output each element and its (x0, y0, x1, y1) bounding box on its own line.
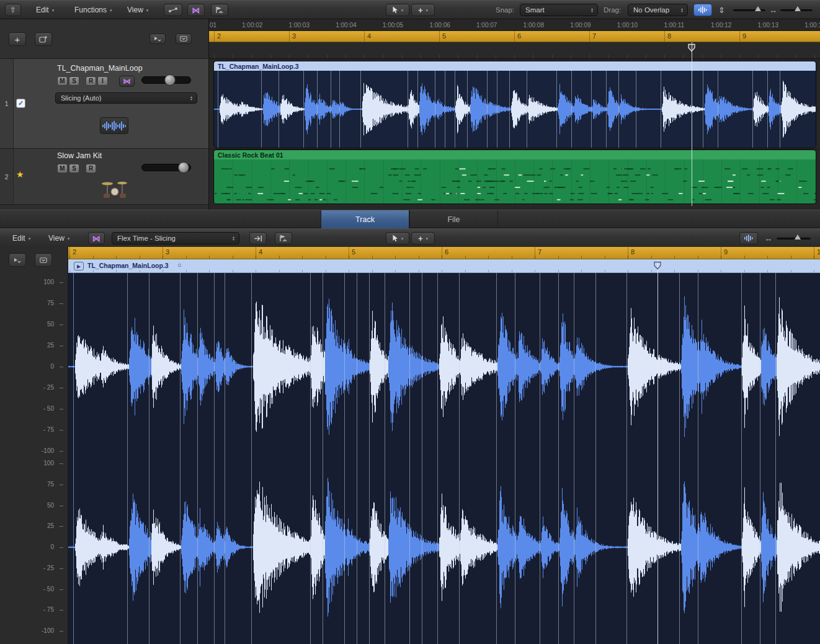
track-name[interactable]: TL_Chapman_MainLoop (57, 64, 143, 73)
bar-ruler-main[interactable]: 23456789 (208, 31, 820, 42)
snap-dropdown[interactable]: Smart ▲▼ (520, 4, 598, 16)
editor-view-menu[interactable]: View▾ (48, 234, 69, 243)
flex-view-toggle[interactable] (693, 4, 712, 16)
track-icon-waveform[interactable] (100, 117, 128, 134)
timecode-label: 1:00:04 (336, 22, 356, 29)
track-sort-button[interactable] (149, 34, 166, 44)
track-lanes[interactable]: TL_Chapman_MainLoop.3 Classic Rock Beat … (208, 59, 820, 210)
timecode-label: 1:00:05 (383, 22, 403, 29)
flex-button[interactable]: ⋈ (187, 4, 205, 16)
scale-tick (60, 589, 63, 590)
solo-button[interactable]: S (69, 76, 79, 86)
track-header-1[interactable]: 1 ✓ TL_Chapman_MainLoop M S R I ⋈ Slicin… (0, 59, 208, 149)
tab-file[interactable]: File (409, 210, 498, 229)
functions-menu[interactable]: Functions▾ (74, 6, 112, 14)
drag-dropdown[interactable]: No Overlap ▲▼ (628, 4, 688, 16)
zoom-handle[interactable] (795, 6, 801, 11)
bar-ruler-editor[interactable]: 234567891 (68, 247, 820, 259)
chevron-box-icon (180, 36, 187, 42)
sub-ruler[interactable] (208, 42, 820, 59)
track-options-button[interactable] (176, 34, 192, 44)
editor-catch-button[interactable] (9, 253, 26, 267)
tool-flag-icon (215, 6, 224, 14)
bar-number: 2 (217, 32, 221, 40)
zoom-handle[interactable] (795, 235, 801, 239)
beat-tick (514, 55, 515, 58)
chevron-down-icon: ▾ (110, 7, 112, 13)
region-audio[interactable]: TL_Chapman_MainLoop.3 (214, 61, 816, 148)
region-midi[interactable]: Classic Rock Beat 01 (214, 150, 816, 203)
track-name[interactable]: Slow Jam Kit (57, 151, 102, 160)
editor-pointer-tool-menu[interactable]: ▾ (386, 232, 409, 244)
region-midi-notes[interactable] (214, 159, 816, 203)
horizontal-zoom-slider[interactable] (780, 9, 813, 11)
scale-label: 50 (47, 502, 54, 509)
region-waveform[interactable] (214, 71, 816, 148)
flex-time-dropdown[interactable]: Flex Time - Slicing ▲▼ (112, 232, 239, 244)
updown-chevron-icon: ▲▼ (675, 7, 684, 12)
drum-kit-icon (101, 179, 128, 200)
track-checkbox[interactable]: ✓ (16, 99, 25, 108)
editor-options-button[interactable] (35, 253, 52, 267)
tab-track[interactable]: Track (321, 210, 409, 229)
editor-secondary-tool-menu[interactable]: + ▾ (411, 232, 435, 244)
volume-knob[interactable] (164, 74, 176, 86)
editor-zoom-slider[interactable] (777, 238, 811, 239)
editor-region-titlebar[interactable]: ▶ TL_Chapman_MainLoop.3 ○ (68, 259, 820, 273)
edit-menu[interactable]: Edit▾ (36, 6, 54, 14)
playhead[interactable] (692, 42, 692, 206)
region-header[interactable]: TL_Chapman_MainLoop.3 (214, 61, 816, 71)
beat-tick (308, 55, 308, 58)
beat-tick (744, 256, 745, 259)
tool-flag-button[interactable] (211, 4, 228, 16)
beat-tick (442, 270, 442, 272)
editor-flex-button[interactable]: ⋈ (88, 232, 105, 244)
beat-tick (814, 270, 814, 272)
add-track-button[interactable]: + (9, 32, 26, 46)
editor-edit-menu[interactable]: Edit▾ (12, 234, 30, 243)
waveform-zoom-button[interactable] (739, 232, 758, 244)
region-header[interactable]: Classic Rock Beat 01 (214, 150, 816, 159)
duplicate-track-button[interactable] (35, 32, 52, 46)
beat-tick (535, 270, 535, 272)
chevron-down-icon: ▾ (401, 235, 404, 241)
catch-playhead-button[interactable] (249, 232, 267, 244)
secondary-tool-menu[interactable]: + ▾ (411, 4, 435, 16)
pointer-tool-menu[interactable]: ▾ (386, 4, 409, 16)
flex-icon: ⋈ (123, 77, 131, 86)
mute-button[interactable]: M (57, 76, 68, 86)
beat-tick (116, 256, 117, 259)
hide-toolbar-button[interactable]: ⇧ (5, 4, 21, 16)
star-icon[interactable]: ★ (16, 169, 24, 179)
timecode-ruler[interactable]: 011:00:021:00:031:00:041:00:051:00:061:0… (208, 19, 820, 31)
timecode-label: 1:00:08 (524, 22, 544, 29)
solo-button[interactable]: S (69, 164, 79, 173)
view-menu[interactable]: View▾ (127, 6, 148, 14)
volume-knob[interactable] (178, 162, 189, 173)
volume-slider[interactable] (141, 164, 191, 171)
input-monitor-button[interactable]: I (97, 76, 108, 86)
vertical-zoom-slider[interactable] (733, 9, 765, 11)
loop-circle-icon[interactable]: ○ (177, 261, 182, 269)
editor-waveform[interactable] (68, 273, 820, 644)
zoom-handle[interactable] (755, 6, 761, 11)
track-icon-drums[interactable] (101, 179, 128, 202)
flex-mode-dropdown[interactable]: Slicing (Auto) ▲▼ (55, 92, 197, 104)
playhead-marker-icon[interactable] (653, 261, 662, 270)
beat-tick (488, 256, 489, 259)
tool-flag-button[interactable] (275, 232, 292, 244)
prelisten-button[interactable]: ▶ (74, 262, 84, 271)
timecode-label: 1:00:09 (570, 22, 590, 29)
up-arrow-icon: ⇧ (10, 6, 16, 14)
record-button[interactable]: R (86, 164, 96, 173)
beat-tick (233, 270, 233, 272)
timecode-label: 1:00:12 (711, 22, 731, 29)
editor-playhead[interactable] (657, 259, 658, 644)
join-button[interactable] (164, 4, 182, 16)
mute-button[interactable]: M (57, 164, 68, 173)
track-header-2[interactable]: 2 ★ Slow Jam Kit M S R (0, 149, 208, 205)
volume-slider[interactable] (141, 76, 191, 84)
track-flex-button[interactable]: ⋈ (119, 76, 135, 87)
playhead-marker-icon[interactable] (687, 43, 696, 52)
record-button[interactable]: R (86, 76, 96, 86)
